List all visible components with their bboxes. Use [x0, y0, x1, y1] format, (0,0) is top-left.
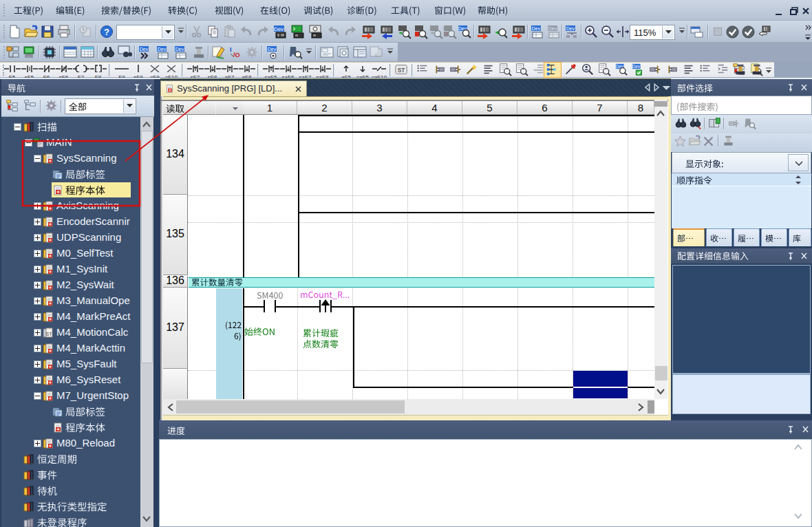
svg-text:Dev: Dev: [274, 26, 284, 32]
svg-text:ST: ST: [46, 332, 53, 336]
svg-text:I: I: [230, 46, 232, 53]
svg-text:Dev: Dev: [548, 26, 557, 31]
svg-text:Dev: Dev: [566, 26, 575, 31]
svg-text:Dev: Dev: [175, 47, 184, 52]
svg-text:Dev: Dev: [632, 64, 641, 69]
svg-text:Dev: Dev: [532, 26, 541, 31]
svg-text:Dev: Dev: [158, 47, 167, 52]
svg-text:Dev: Dev: [268, 47, 277, 52]
svg-text:?: ?: [104, 27, 109, 37]
svg-text:/O: /O: [233, 52, 240, 58]
svg-text:Dev: Dev: [140, 47, 149, 52]
svg-text:ST: ST: [398, 67, 405, 74]
